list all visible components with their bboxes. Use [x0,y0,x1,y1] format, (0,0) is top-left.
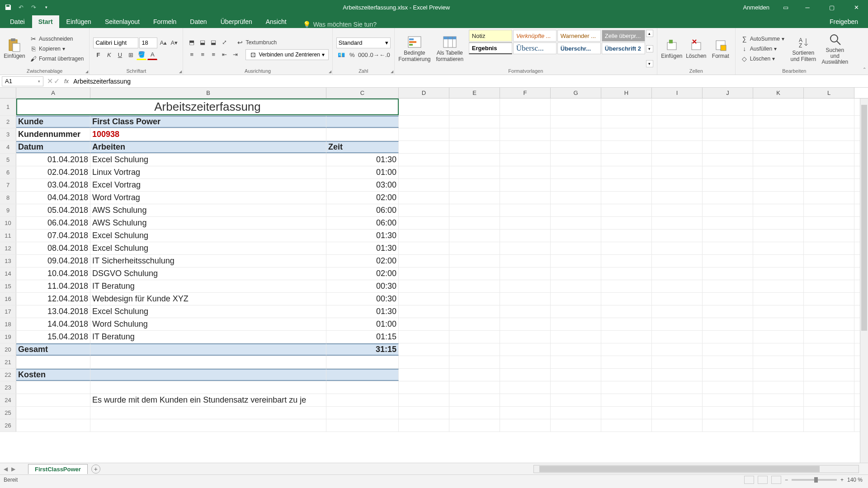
cell[interactable] [500,381,551,394]
cell[interactable] [753,318,804,330]
cell[interactable] [703,394,753,406]
cell[interactable] [804,99,854,115]
cell[interactable] [449,280,500,292]
cell[interactable] [16,381,90,394]
cell[interactable] [500,419,551,432]
cell[interactable] [652,99,703,115]
cell[interactable] [601,217,652,229]
style-linked[interactable]: Verknüpfte ... [513,30,557,42]
font-launcher-icon[interactable]: ◢ [179,70,182,74]
cell[interactable] [551,305,601,318]
cell[interactable] [652,331,703,343]
cell[interactable] [652,179,703,191]
cell[interactable] [703,179,753,191]
cell[interactable] [601,116,652,128]
cell[interactable] [326,394,399,406]
tab-layout[interactable]: Seitenlayout [99,15,146,28]
indent-dec-button[interactable]: ⇤ [219,50,229,60]
cell[interactable] [753,343,804,356]
col-header[interactable]: A [16,88,90,98]
orientation-button[interactable]: ⤢ [219,38,229,47]
cell[interactable]: 01:15 [326,331,399,343]
cell[interactable] [652,128,703,141]
cell[interactable] [399,179,449,191]
qat-customize-icon[interactable]: ▾ [41,2,52,13]
cell[interactable] [652,419,703,432]
align-top-button[interactable]: ⬒ [187,38,197,47]
tab-view[interactable]: Ansicht [259,15,293,28]
cell[interactable] [804,356,854,368]
confirm-formula-icon[interactable]: ✓ [54,77,60,85]
cell[interactable] [500,116,551,128]
cell[interactable] [703,293,753,305]
row-header[interactable]: 18 [0,318,16,330]
cell[interactable]: Excel Schulung [90,154,326,166]
cell[interactable]: 15.04.2018 [16,331,90,343]
style-heading[interactable]: Überschr... [557,42,601,54]
col-header[interactable]: H [601,88,652,98]
cell[interactable]: 01:30 [326,242,399,254]
row-header[interactable]: 4 [0,141,16,153]
cell[interactable]: 01:00 [326,318,399,330]
cell[interactable] [399,280,449,292]
autosum-button[interactable]: ∑AutoSumme ▾ [739,34,786,43]
style-check[interactable]: Zelle überpr... [602,30,645,42]
cell[interactable] [753,217,804,229]
cell[interactable]: Zeit [326,141,399,153]
row-header[interactable]: 19 [0,331,16,343]
cell[interactable] [703,318,753,330]
cell[interactable] [449,255,500,267]
cell[interactable] [804,293,854,305]
table-format-button[interactable]: Als Tabelle formatieren [434,30,466,67]
cell[interactable]: 06:00 [326,217,399,229]
collapse-ribbon-icon[interactable]: ⌃ [863,67,866,72]
cell[interactable] [703,356,753,368]
cell[interactable] [753,179,804,191]
cell[interactable] [449,419,500,432]
cell[interactable] [652,407,703,419]
cell[interactable] [449,230,500,242]
insert-cells-button[interactable]: Einfügen [661,30,683,67]
cell[interactable] [551,99,601,115]
cell[interactable] [652,305,703,318]
cell[interactable] [399,356,449,368]
percent-button[interactable]: % [347,50,357,60]
cell[interactable] [601,192,652,204]
sheet-next-icon[interactable]: ▶ [11,466,15,472]
cell[interactable]: Word Vortrag [90,192,326,204]
cell[interactable] [652,217,703,229]
cell[interactable] [551,267,601,280]
style-heading2[interactable]: Überschrift 2 [602,42,645,54]
cell[interactable] [703,99,753,115]
cell[interactable] [399,242,449,254]
cell[interactable] [804,116,854,128]
cell[interactable] [500,230,551,242]
cell[interactable] [551,293,601,305]
cell[interactable] [500,204,551,216]
cell[interactable] [652,381,703,394]
cell[interactable] [449,318,500,330]
tab-review[interactable]: Überprüfen [214,15,259,28]
cell[interactable] [703,204,753,216]
tell-me[interactable]: 💡Was möchten Sie tun? [303,21,377,28]
cell[interactable] [703,242,753,254]
row-header[interactable]: 16 [0,293,16,305]
formula-input[interactable] [71,78,868,85]
row-header[interactable]: 15 [0,280,16,292]
cell[interactable]: Es wurde mit dem Kunden ein Stundensatz … [90,394,326,406]
cell[interactable] [652,141,703,153]
cell[interactable] [399,394,449,406]
cell[interactable] [399,267,449,280]
cell[interactable] [551,116,601,128]
cell[interactable] [601,381,652,394]
cell[interactable] [804,128,854,141]
cell[interactable]: 08.04.2018 [16,242,90,254]
row-header[interactable]: 1 [0,99,16,115]
font-color-button[interactable]: A [147,50,157,60]
cell[interactable] [500,267,551,280]
cell[interactable] [804,381,854,394]
cell[interactable] [399,192,449,204]
cell[interactable]: 12.04.2018 [16,293,90,305]
tab-formulas[interactable]: Formeln [147,15,183,28]
col-header[interactable]: I [652,88,703,98]
